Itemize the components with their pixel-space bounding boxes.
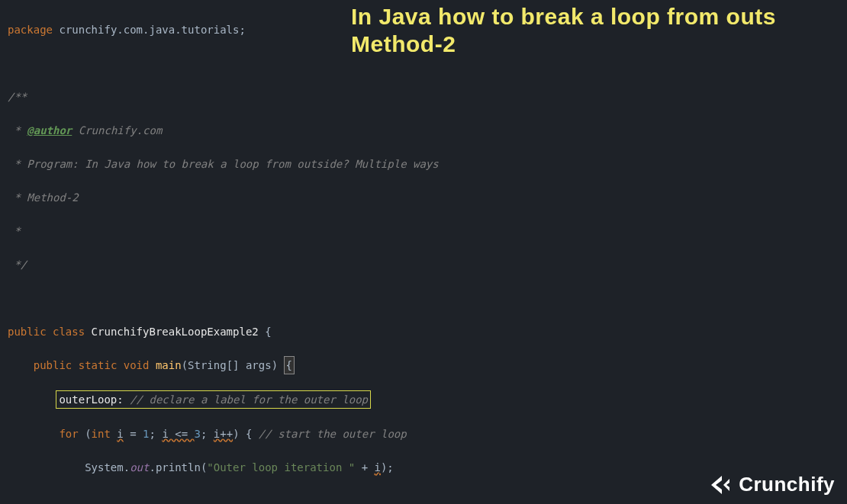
class-name: CrunchifyBreakLoopExample2 <box>92 326 259 338</box>
javadoc-tag: @author <box>27 124 72 136</box>
out-field: out <box>130 461 149 474</box>
comment: */ <box>8 258 27 271</box>
var-i: i <box>117 428 123 440</box>
keyword-package: package <box>8 24 53 36</box>
comment: Crunchify.com <box>72 124 162 136</box>
comment: * Program: In Java how to break a loop f… <box>8 158 439 170</box>
method-main: main <box>156 359 182 371</box>
literal-1: 1 <box>143 428 149 440</box>
incr-i: i++ <box>214 428 233 440</box>
keyword-for: for <box>59 428 78 440</box>
cursor-brace: { <box>285 357 294 374</box>
keyword-static: static <box>79 359 118 371</box>
keyword-int: int <box>92 428 111 440</box>
keyword-public: public <box>34 359 72 371</box>
comment: * <box>8 124 27 136</box>
system-ref: System. <box>85 461 130 474</box>
main-args: String[] args <box>188 359 272 371</box>
highlighted-label-line: outerLoop: // declare a label for the ou… <box>56 390 371 409</box>
keyword-public: public <box>8 326 47 338</box>
literal-3: 3 <box>195 428 201 440</box>
keyword-void: void <box>124 359 150 371</box>
comment: // start the outer loop <box>259 428 407 440</box>
var-i: i <box>375 461 381 474</box>
keyword-class: class <box>53 326 85 338</box>
comment: // declare a label for the outer loop <box>130 393 368 406</box>
string-literal: "Outer loop iteration " <box>207 461 355 474</box>
comment: /** <box>8 91 27 103</box>
loop-label: outerLoop: <box>59 393 123 406</box>
package-path: crunchify.com.java.tutorials <box>59 24 239 36</box>
comment: * Method-2 <box>8 191 79 204</box>
cond-i: i <= <box>162 428 194 440</box>
comment: * <box>8 225 21 237</box>
println-call: .println( <box>149 461 207 474</box>
code-editor[interactable]: package crunchify.com.java.tutorials; /*… <box>0 0 847 504</box>
